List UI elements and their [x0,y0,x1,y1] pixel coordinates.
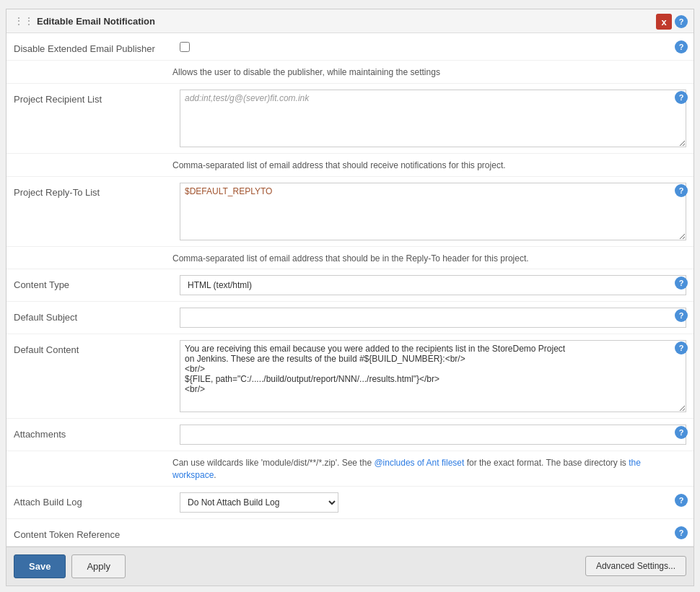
form-body: Disable Extended Email Publisher ? Allow… [6,33,694,547]
attach-build-log-row: Attach Build Log Do Not Attach Build Log… [6,487,694,519]
apply-button[interactable]: Apply [71,554,126,578]
attachments-hint-suffix: . [214,470,216,480]
save-button[interactable]: Save [14,554,66,578]
recipient-list-label: Project Recipient List [14,90,180,105]
close-button[interactable]: x [656,14,672,30]
disable-extended-checkbox[interactable] [180,42,190,52]
content-type-content: HTML (text/html)Plain Text (text/plain)B… [180,275,686,295]
disable-extended-content [180,39,686,52]
attachments-row: Attachments ? [6,419,694,451]
content-token-label: Content Token Reference [14,525,180,540]
disable-extended-row: Disable Extended Email Publisher ? [6,33,694,61]
replyto-list-textarea[interactable]: $DEFAULT_REPLYTO [180,183,686,240]
attachments-content [180,425,686,445]
attach-build-log-content: Do Not Attach Build LogAttach Build LogC… [180,492,686,513]
recipient-list-textarea[interactable]: add:int,test/g@(sever)fit.com.ink [180,90,686,147]
replyto-list-label: Project Reply-To List [14,183,180,198]
default-content-content [180,340,686,412]
replyto-list-row: Project Reply-To List $DEFAULT_REPLYTO ? [6,177,694,247]
recipient-list-row: Project Recipient List add:int,test/g@(s… [6,84,694,154]
content-type-label: Content Type [14,275,180,290]
replyto-list-help-icon[interactable]: ? [675,184,688,197]
content-type-row: Content Type HTML (text/html)Plain Text … [6,269,694,302]
disable-extended-label: Disable Extended Email Publisher [14,39,180,54]
drag-handle-icon: ⋮⋮ [14,15,34,27]
recipient-list-hint: Comma-separated list of email address th… [6,157,694,177]
attach-build-log-label: Attach Build Log [14,492,180,508]
disable-extended-checkbox-row [180,39,686,52]
attachments-hint: Can use wildcards like 'module/dist/**/*… [6,454,694,487]
panel-title: Editable Email Notification [37,16,155,27]
panel: ⋮⋮ Editable Email Notification x ? Disab… [6,9,694,586]
disable-extended-hint: Allows the user to disable the publisher… [6,64,694,84]
default-subject-content: Rapise Test Results - Build# ${BUILD_NUM… [180,308,686,328]
default-subject-input[interactable]: Rapise Test Results - Build# ${BUILD_NUM… [180,308,686,328]
replyto-list-content: $DEFAULT_REPLYTO [180,183,686,240]
attach-build-log-select[interactable]: Do Not Attach Build LogAttach Build LogC… [180,492,338,513]
default-content-textarea[interactable] [180,340,686,412]
attachments-hint-mid: for the exact format. The base directory… [464,458,629,468]
disable-extended-help-icon[interactable]: ? [675,40,688,53]
default-subject-label: Default Subject [14,308,180,323]
default-content-row: Default Content ? [6,334,694,419]
recipient-list-content: add:int,test/g@(sever)fit.com.ink [180,90,686,147]
footer-bar: Save Apply Advanced Settings... [6,547,694,586]
advanced-settings-button[interactable]: Advanced Settings... [585,556,686,576]
attachments-hint-link[interactable]: @includes of Ant fileset [374,458,464,468]
outer-container: ⋮⋮ Editable Email Notification x ? Disab… [0,0,700,592]
recipient-list-help-icon[interactable]: ? [675,91,688,104]
content-token-help-icon[interactable]: ? [675,526,688,539]
attachments-label: Attachments [14,425,180,440]
panel-header: ⋮⋮ Editable Email Notification x ? [6,9,694,33]
default-content-label: Default Content [14,340,180,355]
replyto-list-hint: Comma-separated list of email address th… [6,250,694,270]
panel-header-help-icon[interactable]: ? [675,15,688,28]
attach-build-log-help-icon[interactable]: ? [675,494,688,507]
default-subject-row: Default Subject Rapise Test Results - Bu… [6,302,694,334]
footer-left: Save Apply [14,554,126,578]
attachments-hint-prefix: Can use wildcards like 'module/dist/**/*… [172,458,374,468]
content-token-row: Content Token Reference ? [6,519,694,547]
attachments-input[interactable] [180,425,686,445]
attach-build-log-select-wrap: Do Not Attach Build LogAttach Build LogC… [180,492,686,513]
content-type-select[interactable]: HTML (text/html)Plain Text (text/plain)B… [180,275,686,295]
attachments-input-wrap [180,425,686,445]
